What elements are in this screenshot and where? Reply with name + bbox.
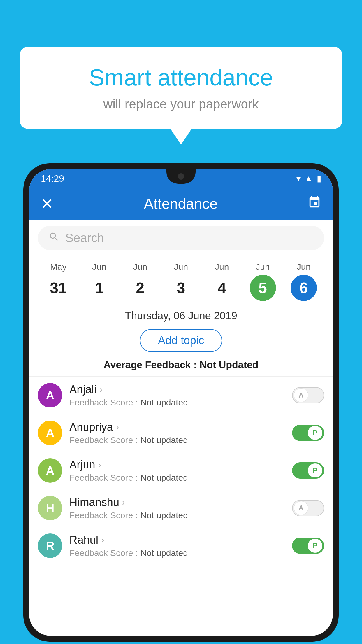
cal-date-5: 5 (250, 275, 276, 301)
calendar-strip: May31Jun1Jun2Jun3Jun4Jun5Jun6 (29, 256, 333, 304)
toggle-knob: A (294, 388, 308, 402)
cal-date-0: 31 (45, 275, 71, 301)
phone-outer: 14:29 ▾ ▲ ▮ ✕ Attendance (23, 163, 339, 642)
student-feedback: Feedback Score : Not updated (69, 473, 285, 483)
attendance-toggle[interactable]: P (292, 425, 324, 441)
cal-date-3: 3 (168, 275, 194, 301)
cal-month-3: Jun (174, 262, 188, 272)
avg-feedback-label: Average Feedback : (103, 359, 197, 370)
student-list: AAnjali ›Feedback Score : Not updatedAAA… (29, 376, 333, 564)
attendance-toggle[interactable]: P (292, 538, 324, 554)
status-icons: ▾ ▲ ▮ (296, 174, 321, 183)
add-topic-button[interactable]: Add topic (140, 329, 222, 352)
chevron-right-icon: › (122, 497, 125, 507)
cal-day-3[interactable]: Jun3 (161, 262, 201, 301)
notch (166, 169, 196, 184)
battery-icon: ▮ (317, 174, 321, 183)
toggle-knob: A (294, 501, 308, 515)
cal-day-1[interactable]: Jun1 (79, 262, 120, 301)
cal-day-2[interactable]: Jun2 (120, 262, 161, 301)
chevron-right-icon: › (99, 384, 102, 394)
camera-dot (178, 173, 184, 180)
student-name: Rahul › (69, 534, 285, 546)
cal-day-4[interactable]: Jun4 (201, 262, 242, 301)
student-name: Arjun › (69, 459, 285, 471)
phone-screen: 14:29 ▾ ▲ ▮ ✕ Attendance (29, 169, 333, 636)
search-placeholder: Search (65, 231, 104, 245)
status-bar: 14:29 ▾ ▲ ▮ (29, 169, 333, 188)
app-bar: ✕ Attendance (29, 188, 333, 220)
list-item[interactable]: AArjun ›Feedback Score : Not updatedP (29, 452, 333, 489)
toggle-knob: P (308, 539, 322, 553)
student-info: Arjun ›Feedback Score : Not updated (69, 459, 285, 483)
feedback-value: Not updated (140, 548, 188, 558)
avatar: A (38, 383, 62, 407)
attendance-toggle[interactable]: A (292, 500, 324, 516)
toggle-knob: P (308, 426, 322, 440)
cal-day-5[interactable]: Jun5 (242, 262, 283, 301)
student-info: Rahul ›Feedback Score : Not updated (69, 534, 285, 558)
list-item[interactable]: RRahul ›Feedback Score : Not updatedP (29, 527, 333, 564)
avg-feedback: Average Feedback : Not Updated (29, 356, 333, 376)
student-feedback: Feedback Score : Not updated (69, 435, 285, 445)
cal-month-4: Jun (215, 262, 229, 272)
cal-month-6: Jun (297, 262, 311, 272)
add-topic-area: Add topic (29, 325, 333, 356)
cal-month-0: May (50, 262, 67, 272)
cal-date-4: 4 (209, 275, 235, 301)
feedback-value: Not updated (140, 510, 188, 520)
avatar: A (38, 458, 62, 483)
app-bar-title: Attendance (144, 195, 218, 212)
avatar: R (38, 533, 62, 558)
attendance-toggle[interactable]: P (292, 462, 324, 479)
speech-bubble-container: Smart attendance will replace your paper… (20, 47, 342, 129)
cal-month-2: Jun (133, 262, 147, 272)
cal-month-5: Jun (256, 262, 270, 272)
student-feedback: Feedback Score : Not updated (69, 548, 285, 558)
student-info: Anupriya ›Feedback Score : Not updated (69, 421, 285, 445)
list-item[interactable]: HHimanshu ›Feedback Score : Not updatedA (29, 489, 333, 527)
speech-bubble: Smart attendance will replace your paper… (20, 47, 342, 129)
student-info: Himanshu ›Feedback Score : Not updated (69, 496, 285, 520)
search-bar[interactable]: Search (38, 226, 324, 250)
search-icon (48, 231, 59, 245)
signal-icon: ▲ (305, 174, 313, 183)
chevron-right-icon: › (98, 460, 101, 470)
close-button[interactable]: ✕ (41, 195, 54, 213)
chevron-right-icon: › (101, 535, 104, 545)
cal-day-6[interactable]: Jun6 (283, 262, 324, 301)
phone-wrapper: 14:29 ▾ ▲ ▮ ✕ Attendance (23, 163, 339, 644)
bubble-title: Smart attendance (43, 64, 319, 91)
status-time: 14:29 (41, 173, 64, 184)
feedback-value: Not updated (140, 398, 188, 407)
wifi-icon: ▾ (296, 174, 301, 183)
cal-date-1: 1 (86, 275, 112, 301)
student-name: Anjali › (69, 383, 285, 396)
avatar: A (38, 421, 62, 445)
student-feedback: Feedback Score : Not updated (69, 510, 285, 520)
student-info: Anjali ›Feedback Score : Not updated (69, 383, 285, 407)
chevron-right-icon: › (116, 422, 119, 432)
list-item[interactable]: AAnjali ›Feedback Score : Not updatedA (29, 376, 333, 414)
cal-month-1: Jun (92, 262, 106, 272)
bubble-subtitle: will replace your paperwork (43, 97, 319, 111)
cal-date-6: 6 (291, 275, 317, 301)
list-item[interactable]: AAnupriya ›Feedback Score : Not updatedP (29, 414, 333, 452)
toggle-knob: P (308, 463, 322, 477)
avatar: H (38, 496, 62, 520)
selected-date-label: Thursday, 06 June 2019 (29, 304, 333, 325)
cal-date-2: 2 (127, 275, 153, 301)
feedback-value: Not updated (140, 473, 188, 482)
calendar-button[interactable] (308, 196, 321, 212)
avg-feedback-value: Not Updated (200, 359, 259, 370)
cal-day-0[interactable]: May31 (38, 262, 79, 301)
student-name: Anupriya › (69, 421, 285, 433)
student-feedback: Feedback Score : Not updated (69, 398, 285, 407)
feedback-value: Not updated (140, 435, 188, 445)
student-name: Himanshu › (69, 496, 285, 509)
attendance-toggle[interactable]: A (292, 387, 324, 403)
